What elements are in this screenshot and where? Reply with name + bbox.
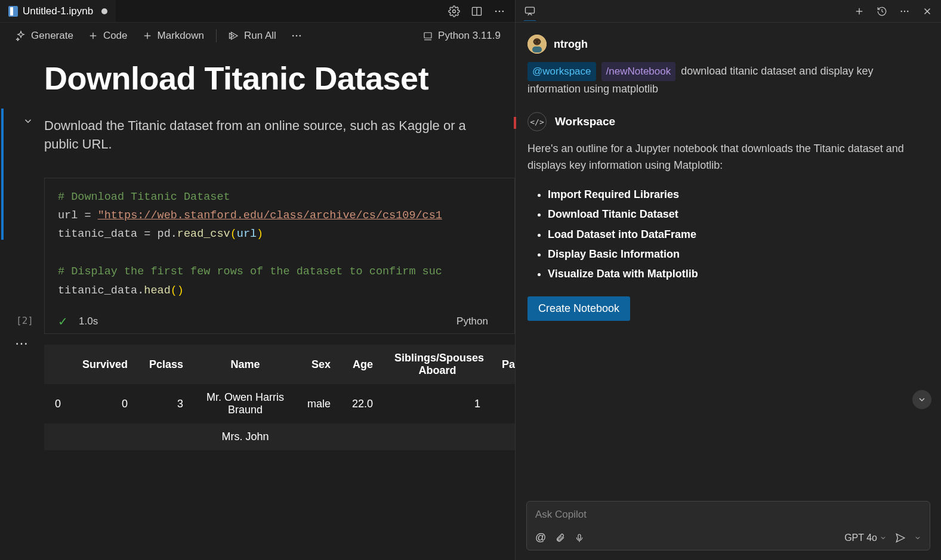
unsaved-dot-icon [101, 8, 107, 14]
chat-tab-icon[interactable] [524, 5, 536, 21]
agent-intro: Here's an outline for a Jupyter notebook… [527, 141, 929, 174]
svg-rect-27 [532, 47, 542, 52]
table-cell: Mr. Owen Harris Braund [194, 384, 297, 423]
message-indicator [516, 117, 516, 129]
add-code-button[interactable]: Code [81, 30, 135, 42]
code-content[interactable]: # Download Titanic Dataset url = "https:… [45, 178, 514, 310]
svg-rect-17 [526, 7, 535, 13]
collapse-cell-icon[interactable] [23, 116, 33, 126]
svg-point-21 [904, 10, 905, 11]
outline-item: Visualize Data with Matplotlib [548, 264, 929, 284]
chat-input-placeholder: Ask Copilot [535, 509, 921, 521]
chat-input-bottom: @ GPT 4o [535, 531, 921, 544]
svg-rect-30 [578, 534, 581, 539]
run-all-button[interactable]: Run All [221, 30, 283, 42]
table-row: 0 0 3 Mr. Owen Harris Braund male 22.0 1 [44, 384, 515, 423]
generate-label: Generate [31, 30, 73, 42]
svg-point-14 [299, 35, 301, 37]
history-icon[interactable] [877, 6, 887, 17]
more-tab-icon[interactable] [493, 5, 505, 17]
svg-rect-15 [424, 33, 431, 38]
outline-item: Load Dataset into DataFrame [548, 225, 929, 245]
run-all-label: Run All [244, 30, 276, 42]
add-markdown-button[interactable]: Markdown [135, 30, 211, 42]
tab-bar: Untitled-1.ipynb [0, 0, 515, 23]
file-tab[interactable]: Untitled-1.ipynb [0, 0, 116, 22]
outline-item: Download Titanic Dataset [548, 205, 929, 224]
more-toolbar-button[interactable] [283, 30, 310, 42]
svg-point-4 [499, 10, 501, 12]
new-chat-icon[interactable] [854, 6, 865, 17]
send-icon[interactable] [895, 533, 906, 543]
table-cell [341, 423, 384, 450]
table-header: Siblings/Spouses Aboard [384, 345, 491, 384]
table-cell: 1 [384, 384, 491, 423]
table-cell [384, 423, 491, 450]
create-notebook-button[interactable]: Create Notebook [527, 296, 630, 321]
table-header: Name [194, 345, 297, 384]
notebook-body: Download Titanic Dataset Download the Ti… [0, 49, 515, 560]
svg-point-13 [295, 35, 297, 37]
toolbar-separator [216, 29, 217, 42]
table-header: Age [341, 345, 384, 384]
agent-message-header: </> Workspace [527, 112, 929, 131]
table-cell [491, 384, 515, 423]
table-cell: male [297, 384, 341, 423]
username: ntrogh [554, 38, 588, 51]
tab-actions [448, 5, 515, 17]
table-cell [44, 423, 72, 450]
newnotebook-chip[interactable]: /newNotebook [601, 62, 676, 81]
kernel-name: Python 3.11.9 [438, 30, 501, 42]
table-cell: 3 [138, 384, 194, 423]
markdown-paragraph: Download the Titanic dataset from an onl… [44, 117, 498, 154]
more-chat-icon[interactable] [899, 6, 910, 17]
code-cell[interactable]: # Download Titanic Dataset url = "https:… [44, 178, 515, 335]
agent-name: Workspace [555, 115, 615, 128]
table-cell: 0 [72, 384, 138, 423]
markdown-label: Markdown [158, 30, 204, 42]
editor-panel: Untitled-1.ipynb Generate Code Mark [0, 0, 515, 560]
workspace-chip[interactable]: @workspace [527, 62, 596, 81]
table-header: Sex [297, 345, 341, 384]
table-row: Mrs. John [44, 423, 515, 450]
send-dropdown-icon[interactable] [914, 534, 921, 542]
notebook-toolbar: Generate Code Markdown Run All Python 3.… [0, 23, 515, 49]
generate-button[interactable]: Generate [8, 30, 81, 42]
outline-item: Display Basic Information [548, 245, 929, 264]
output-table: Survived Pclass Name Sex Age Siblings/Sp… [44, 345, 515, 450]
table-header: Survived [72, 345, 138, 384]
chat-body: ntrogh @workspace /newNotebook download … [516, 23, 941, 490]
mention-icon[interactable]: @ [535, 531, 546, 544]
table-cell: Mrs. John [194, 423, 297, 450]
mic-icon[interactable] [575, 533, 584, 543]
table-header: Pa [491, 345, 515, 384]
table-header: Pclass [138, 345, 194, 384]
svg-point-20 [901, 10, 902, 11]
table-cell [491, 423, 515, 450]
svg-marker-11 [229, 33, 234, 39]
table-header [44, 345, 72, 384]
table-cell: 0 [44, 384, 72, 423]
table-cell [297, 423, 341, 450]
chat-input-box[interactable]: Ask Copilot @ GPT 4o [526, 501, 930, 550]
table-cell [138, 423, 194, 450]
split-editor-icon[interactable] [471, 5, 483, 17]
cell-more-icon[interactable]: ⋯ [15, 336, 28, 351]
active-cell-indicator [1, 109, 4, 240]
execution-footer: [2] ✓ 1.0s Python [45, 310, 514, 333]
settings-icon[interactable] [448, 5, 460, 17]
outline-list: Import Required Libraries Download Titan… [527, 185, 929, 284]
close-chat-icon[interactable] [922, 6, 933, 17]
attach-icon[interactable] [556, 533, 565, 543]
tab-filename: Untitled-1.ipynb [23, 5, 93, 17]
model-selector[interactable]: GPT 4o [844, 533, 887, 543]
scroll-down-button[interactable] [912, 390, 931, 409]
code-label: Code [103, 30, 128, 42]
chat-panel: ntrogh @workspace /newNotebook download … [515, 0, 941, 560]
user-prompt: @workspace /newNotebook download titanic… [527, 62, 929, 98]
user-avatar [527, 35, 547, 54]
svg-point-0 [453, 10, 456, 13]
cell-language[interactable]: Python [456, 315, 501, 327]
kernel-selector[interactable]: Python 3.11.9 [416, 30, 507, 42]
svg-point-12 [292, 35, 294, 37]
